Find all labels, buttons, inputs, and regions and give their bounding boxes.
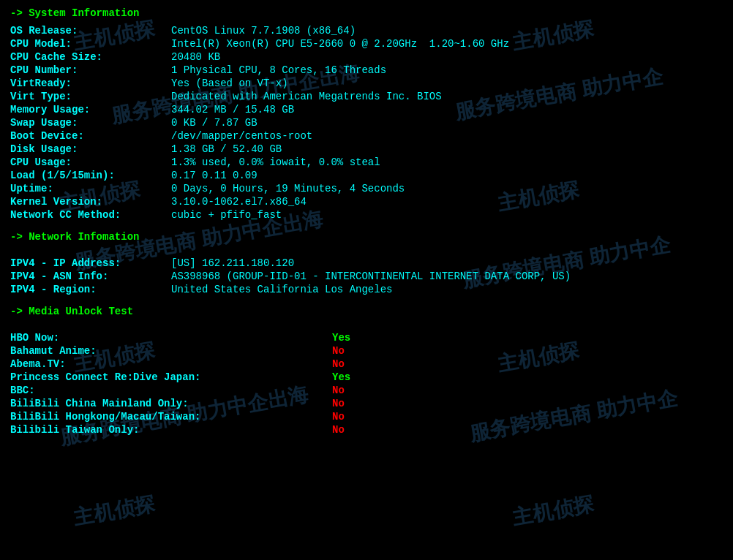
field-value: Yes (Based on VT-x) (171, 77, 288, 89)
media-info-line: Princess Connect Re:Dive Japan:Yes (10, 371, 723, 383)
system-info-line: Disk Usage: 1.38 GB / 52.40 GB (10, 143, 723, 155)
field-label: Network CC Method: (10, 209, 171, 221)
media-field-label: Abema.TV: (10, 358, 332, 370)
field-value: 3.10.0-1062.el7.x86_64 (171, 196, 307, 208)
media-info-line: Bahamut Anime:No (10, 345, 723, 357)
media-info-line: Bilibili Taiwan Only:No (10, 424, 723, 436)
network-section-header: -> Network Infomation (10, 231, 723, 243)
media-field-label: HBO Now: (10, 332, 332, 344)
media-info-line: Abema.TV:No (10, 358, 723, 370)
watermark-text: 主机侦探 (511, 491, 596, 532)
system-info-line: Load (1/5/15min): 0.17 0.11 0.09 (10, 170, 723, 181)
field-value: 1.3% used, 0.0% iowait, 0.0% steal (171, 156, 380, 168)
system-section-header: -> System Information (10, 7, 723, 19)
media-field-value: No (332, 424, 345, 436)
network-info-line: IPV4 - IP Address: [US] 162.211.180.120 (10, 257, 723, 269)
field-value: /dev/mapper/centos-root (171, 130, 312, 142)
field-label: Uptime: (10, 183, 171, 194)
field-value: 0.17 0.11 0.09 (171, 170, 258, 181)
media-field-value: No (332, 358, 345, 370)
media-info-line: HBO Now:Yes (10, 332, 723, 344)
media-field-value: Yes (332, 371, 350, 383)
media-info-line: BBC:No (10, 385, 723, 396)
field-label: Kernel Version: (10, 196, 171, 208)
field-label: Disk Usage: (10, 143, 171, 155)
field-label: Load (1/5/15min): (10, 170, 171, 181)
system-info-line: CPU Number: 1 Physical CPU, 8 Cores, 16 … (10, 64, 723, 76)
media-field-value: Yes (332, 332, 350, 344)
system-info-line: Network CC Method: cubic + pfifo_fast (10, 209, 723, 221)
media-field-label: Bilibili Taiwan Only: (10, 424, 332, 436)
field-label: VirtReady: (10, 77, 171, 89)
field-value: Intel(R) Xeon(R) CPU E5-2660 0 @ 2.20GHz… (171, 38, 509, 50)
system-info-line: Uptime: 0 Days, 0 Hours, 19 Minutes, 4 S… (10, 183, 723, 194)
media-field-value: No (332, 345, 345, 357)
field-value: 0 Days, 0 Hours, 19 Minutes, 4 Seconds (171, 183, 405, 194)
network-fields: IPV4 - IP Address: [US] 162.211.180.120I… (10, 257, 723, 295)
system-info-line: Boot Device: /dev/mapper/centos-root (10, 130, 723, 142)
media-field-value: No (332, 398, 345, 409)
terminal-output: -> System Information OS Release: CentOS… (0, 0, 733, 444)
system-info-line: VirtReady: Yes (Based on VT-x) (10, 77, 723, 89)
field-label: IPV4 - Region: (10, 284, 171, 295)
system-info-line: Kernel Version: 3.10.0-1062.el7.x86_64 (10, 196, 723, 208)
system-info-line: Virt Type: Dedicated with American Megat… (10, 91, 723, 102)
field-label: IPV4 - ASN Info: (10, 270, 171, 282)
field-value: 20480 KB (171, 51, 220, 63)
media-info-line: BiliBili Hongkong/Macau/Taiwan:No (10, 411, 723, 423)
media-field-value: No (332, 385, 345, 396)
system-info-line: Swap Usage: 0 KB / 7.87 GB (10, 117, 723, 129)
field-value: Dedicated with American Megatrends Inc. … (171, 91, 442, 102)
field-label: CPU Number: (10, 64, 171, 76)
field-label: Virt Type: (10, 91, 171, 102)
media-fields: HBO Now:YesBahamut Anime:NoAbema.TV:NoPr… (10, 332, 723, 436)
system-info-line: CPU Usage: 1.3% used, 0.0% iowait, 0.0% … (10, 156, 723, 168)
media-field-label: BiliBili Hongkong/Macau/Taiwan: (10, 411, 332, 423)
system-info-line: CPU Model: Intel(R) Xeon(R) CPU E5-2660 … (10, 38, 723, 50)
media-field-label: BBC: (10, 385, 332, 396)
field-label: OS Release: (10, 25, 171, 37)
field-label: CPU Model: (10, 38, 171, 50)
field-value: [US] 162.211.180.120 (171, 257, 294, 269)
field-label: Swap Usage: (10, 117, 171, 129)
field-value: 344.02 MB / 15.48 GB (171, 104, 294, 116)
system-info-line: CPU Cache Size: 20480 KB (10, 51, 723, 63)
field-label: CPU Usage: (10, 156, 171, 168)
field-value: CentOS Linux 7.7.1908 (x86_64) (171, 25, 356, 37)
field-value: United States California Los Angeles (171, 284, 392, 295)
field-value: 1.38 GB / 52.40 GB (171, 143, 282, 155)
network-info-line: IPV4 - Region: United States California … (10, 284, 723, 295)
media-field-label: BiliBili China Mainland Only: (10, 398, 332, 409)
field-label: CPU Cache Size: (10, 51, 171, 63)
network-info-line: IPV4 - ASN Info: AS398968 (GROUP-IID-01 … (10, 270, 723, 282)
media-field-label: Princess Connect Re:Dive Japan: (10, 371, 332, 383)
field-label: Memory Usage: (10, 104, 171, 116)
field-value: 0 KB / 7.87 GB (171, 117, 258, 129)
field-label: IPV4 - IP Address: (10, 257, 171, 269)
media-section-header: -> Media Unlock Test (10, 306, 723, 317)
watermark-text: 主机侦探 (72, 491, 157, 532)
media-info-line: BiliBili China Mainland Only:No (10, 398, 723, 409)
field-value: cubic + pfifo_fast (171, 209, 282, 221)
media-field-label: Bahamut Anime: (10, 345, 332, 357)
system-info-line: Memory Usage: 344.02 MB / 15.48 GB (10, 104, 723, 116)
field-value: AS398968 (GROUP-IID-01 - INTERCONTINENTA… (171, 270, 571, 282)
media-field-value: No (332, 411, 345, 423)
field-label: Boot Device: (10, 130, 171, 142)
field-value: 1 Physical CPU, 8 Cores, 16 Threads (171, 64, 386, 76)
system-info-line: OS Release: CentOS Linux 7.7.1908 (x86_6… (10, 25, 723, 37)
system-fields: OS Release: CentOS Linux 7.7.1908 (x86_6… (10, 25, 723, 221)
